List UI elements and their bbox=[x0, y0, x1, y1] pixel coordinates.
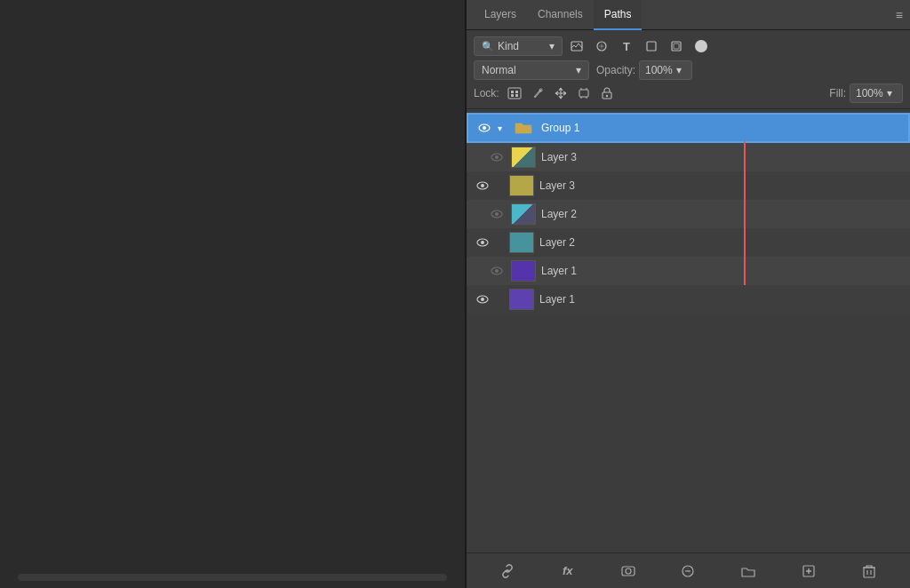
new-group-icon[interactable] bbox=[738, 560, 759, 582]
thumbnail-layer3-outer bbox=[509, 175, 534, 196]
layer-name-layer1-inner: Layer 1 bbox=[541, 265, 903, 277]
lock-label: Lock: bbox=[474, 87, 499, 99]
kind-row: 🔍 Kind ▾ T bbox=[474, 36, 903, 57]
blend-chevron-icon: ▾ bbox=[576, 64, 581, 76]
svg-point-25 bbox=[495, 269, 499, 273]
svg-point-27 bbox=[481, 298, 484, 301]
svg-point-29 bbox=[626, 568, 631, 574]
svg-point-17 bbox=[495, 155, 499, 159]
thumbnail-layer3-inner bbox=[511, 147, 536, 168]
filter-shape-icon[interactable] bbox=[641, 36, 662, 57]
collapse-arrow-group1[interactable]: ▾ bbox=[493, 122, 506, 134]
layers-panel: Layers Channels Paths ≡ 🔍 Kind ▾ T bbox=[466, 0, 910, 588]
canvas-area bbox=[0, 0, 466, 588]
svg-rect-4 bbox=[674, 44, 679, 49]
svg-rect-11 bbox=[579, 90, 588, 97]
filter-adjustment-icon[interactable] bbox=[591, 36, 612, 57]
blend-mode-dropdown[interactable]: Normal ▾ bbox=[474, 60, 589, 80]
layer-name-layer2-inner: Layer 2 bbox=[541, 208, 903, 220]
lock-artboard-icon[interactable] bbox=[574, 84, 594, 102]
filter-circle-icon[interactable] bbox=[690, 36, 712, 57]
add-mask-icon[interactable] bbox=[618, 560, 639, 582]
horizontal-scrollbar[interactable] bbox=[18, 574, 447, 581]
visibility-eye-layer1-outer[interactable] bbox=[474, 290, 491, 308]
filter-image-icon[interactable] bbox=[566, 36, 587, 57]
lock-all-icon[interactable] bbox=[597, 84, 617, 102]
layer-name-layer3-outer: Layer 3 bbox=[539, 179, 903, 192]
layer-name-group1: Group 1 bbox=[541, 122, 901, 134]
layer-name-layer1-outer: Layer 1 bbox=[539, 293, 903, 306]
layer-item-layer1-inner[interactable]: Layer 1 bbox=[467, 257, 910, 285]
blend-row: Normal ▾ Opacity: 100% ▾ bbox=[474, 60, 903, 80]
search-icon: 🔍 bbox=[482, 41, 494, 52]
svg-point-15 bbox=[483, 126, 486, 130]
svg-rect-6 bbox=[511, 91, 514, 93]
layer-item-layer2-outer[interactable]: Layer 2 bbox=[467, 228, 910, 257]
svg-rect-3 bbox=[672, 42, 681, 51]
svg-point-23 bbox=[481, 241, 484, 244]
visibility-eye-layer2-outer[interactable] bbox=[474, 234, 491, 251]
svg-point-21 bbox=[495, 212, 499, 216]
thumbnail-layer2-inner bbox=[511, 203, 536, 225]
svg-rect-32 bbox=[864, 568, 874, 577]
adjustment-layer-icon[interactable] bbox=[677, 560, 698, 582]
layer-item-layer3-inner[interactable]: Layer 3 bbox=[467, 143, 910, 171]
svg-rect-2 bbox=[647, 42, 656, 51]
kind-dropdown[interactable]: 🔍 Kind ▾ bbox=[474, 36, 563, 56]
layer-group-container: ▾ Group 1 Layer 3 bbox=[467, 113, 910, 314]
opacity-chevron-icon: ▾ bbox=[676, 64, 682, 76]
panel-toolbar: 🔍 Kind ▾ T bbox=[467, 30, 910, 109]
visibility-eye-layer3-outer[interactable] bbox=[474, 177, 491, 195]
svg-point-13 bbox=[605, 95, 607, 97]
opacity-label: Opacity: bbox=[596, 64, 635, 76]
layer-name-layer2-outer: Layer 2 bbox=[539, 236, 903, 249]
layer-name-layer3-inner: Layer 3 bbox=[541, 151, 903, 163]
svg-rect-5 bbox=[508, 88, 521, 99]
layers-list: ▾ Group 1 Layer 3 bbox=[467, 109, 910, 552]
link-layers-icon[interactable] bbox=[497, 560, 518, 582]
tab-paths[interactable]: Paths bbox=[594, 0, 643, 30]
filter-smart-icon[interactable] bbox=[666, 36, 687, 57]
layer-item-layer2-inner[interactable]: Layer 2 bbox=[467, 200, 910, 228]
fill-label: Fill: bbox=[829, 87, 846, 99]
tab-layers[interactable]: Layers bbox=[474, 0, 527, 30]
lock-move-icon[interactable] bbox=[551, 84, 571, 102]
svg-rect-8 bbox=[511, 94, 514, 97]
thumbnail-layer1-outer bbox=[509, 289, 534, 310]
thumbnail-group1 bbox=[511, 117, 536, 139]
layer-item-layer3-outer[interactable]: Layer 3 bbox=[467, 171, 910, 200]
opacity-input[interactable]: 100% ▾ bbox=[639, 60, 692, 80]
fx-icon[interactable]: fx bbox=[557, 560, 579, 582]
visibility-eye-layer2-inner[interactable] bbox=[488, 205, 506, 223]
visibility-eye-layer1-inner[interactable] bbox=[488, 262, 506, 280]
thumbnail-layer1-inner bbox=[511, 260, 536, 282]
layer-item-group1[interactable]: ▾ Group 1 bbox=[467, 113, 910, 143]
svg-point-19 bbox=[481, 184, 484, 187]
circle-dot bbox=[695, 40, 707, 52]
panel-tabs: Layers Channels Paths ≡ bbox=[467, 0, 910, 30]
chevron-down-icon: ▾ bbox=[549, 40, 555, 52]
new-layer-icon[interactable] bbox=[798, 560, 819, 582]
tab-channels[interactable]: Channels bbox=[527, 0, 594, 30]
delete-layer-icon[interactable] bbox=[858, 560, 880, 582]
fill-input[interactable]: 100% ▾ bbox=[850, 83, 903, 103]
fill-chevron-icon: ▾ bbox=[887, 87, 892, 99]
panel-menu-icon[interactable]: ≡ bbox=[896, 8, 903, 22]
drag-indicator-line bbox=[744, 141, 746, 285]
visibility-eye-layer3-inner[interactable] bbox=[488, 148, 506, 166]
svg-rect-7 bbox=[515, 91, 518, 93]
filter-text-icon[interactable]: T bbox=[616, 36, 637, 57]
svg-rect-9 bbox=[515, 94, 518, 97]
lock-paint-icon[interactable] bbox=[528, 84, 547, 102]
layer-item-layer1-outer[interactable]: Layer 1 bbox=[467, 285, 910, 314]
lock-pixels-icon[interactable] bbox=[505, 84, 524, 102]
panel-bottom: fx bbox=[467, 552, 910, 588]
lock-row: Lock: Fill: 100% ▾ bbox=[474, 83, 903, 103]
visibility-eye-group1[interactable] bbox=[475, 119, 493, 137]
thumbnail-layer2-outer bbox=[509, 232, 534, 253]
